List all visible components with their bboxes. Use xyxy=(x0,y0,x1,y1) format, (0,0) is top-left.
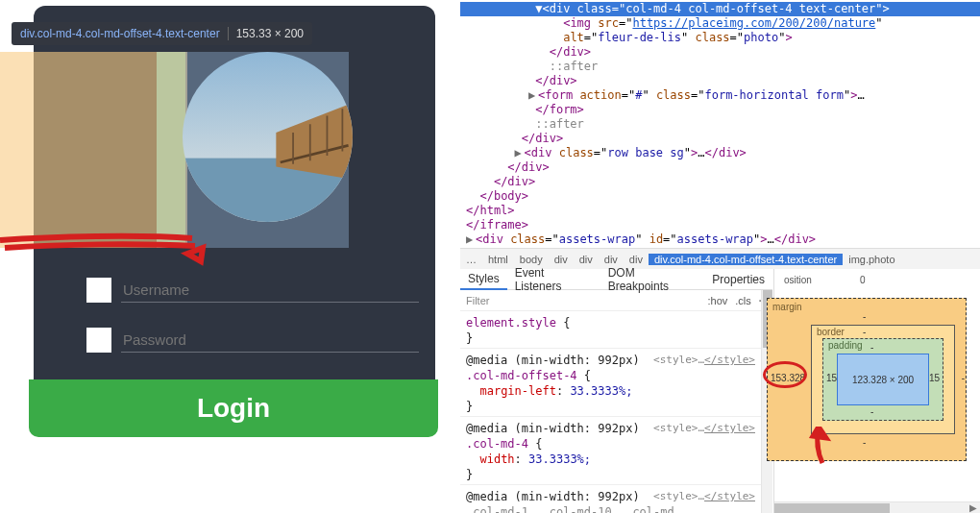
elements-panel[interactable]: ▼<div class="col-md-4 col-md-offset-4 te… xyxy=(460,0,980,246)
login-button[interactable]: Login xyxy=(29,379,438,437)
dom-node[interactable]: </body> xyxy=(460,189,980,204)
username-field xyxy=(86,273,419,307)
crumb-ellipsis[interactable]: … xyxy=(460,254,482,265)
inspect-highlight-padding xyxy=(157,52,185,248)
login-card: div.col-md-4.col-md-offset-4.text-center… xyxy=(34,6,435,436)
scroll-right-icon[interactable]: ▶ xyxy=(967,502,980,513)
dom-node[interactable]: alt="fleur-de-lis" class="photo"> xyxy=(460,31,980,45)
dom-node[interactable]: </iframe> xyxy=(460,218,980,232)
dom-node[interactable]: </div> xyxy=(460,74,980,88)
dom-node[interactable]: ▶<div class="assets-wrap" id="assets-wra… xyxy=(460,232,980,246)
box-model-scrollbar[interactable]: ▶ xyxy=(774,501,980,513)
password-input[interactable] xyxy=(121,328,419,353)
box-model-panel: osition 0 123.328 × 200 margin border pa… xyxy=(773,269,980,513)
filter-input[interactable]: Filter xyxy=(466,295,704,306)
dom-node[interactable]: ::after xyxy=(460,60,980,74)
css-rule[interactable]: <style>…</style> @media (min-width: 992p… xyxy=(460,485,761,513)
devtools: ▼<div class="col-md-4 col-md-offset-4 te… xyxy=(460,0,980,513)
dom-node-selected[interactable]: ▼<div class="col-md-4 col-md-offset-4 te… xyxy=(460,2,980,16)
css-rule[interactable]: element.style { } xyxy=(460,311,761,349)
dom-node[interactable]: </div> xyxy=(460,45,980,60)
profile-photo xyxy=(183,52,353,222)
annotation-circle xyxy=(763,361,807,388)
dom-node[interactable]: </div> xyxy=(460,175,980,189)
tooltip-separator xyxy=(228,27,229,40)
dom-node[interactable]: ::after xyxy=(460,117,980,132)
rendered-preview: div.col-md-4.col-md-offset-4.text-center… xyxy=(0,0,452,513)
dom-node[interactable]: </html> xyxy=(460,204,980,218)
tab-styles[interactable]: Styles xyxy=(460,269,507,290)
crumb-item[interactable]: img.photo xyxy=(843,254,900,265)
username-icon xyxy=(86,278,111,303)
css-rule[interactable]: <style>…</style> @media (min-width: 992p… xyxy=(460,349,761,417)
password-field xyxy=(86,323,419,357)
dom-node[interactable]: </form> xyxy=(460,103,980,117)
tooltip-selector: div.col-md-4.col-md-offset-4.text-center xyxy=(20,27,220,40)
styles-rules[interactable]: element.style { } <style>…</style> @medi… xyxy=(460,311,761,513)
annotation-arrow xyxy=(807,427,836,465)
cls-toggle[interactable]: .cls xyxy=(735,295,751,306)
dom-node[interactable]: </div> xyxy=(460,160,980,175)
tab-properties[interactable]: Properties xyxy=(704,270,772,289)
tooltip-dimensions: 153.33 × 200 xyxy=(236,27,304,40)
dom-node[interactable]: ▶<div class="row base sg">…</div> xyxy=(460,146,980,160)
css-rule[interactable]: <style>…</style> @media (min-width: 992p… xyxy=(460,417,761,485)
hov-toggle[interactable]: :hov xyxy=(708,295,728,306)
rule-source[interactable]: <style>…</style> xyxy=(653,421,755,436)
username-input[interactable] xyxy=(121,278,419,303)
annotation-scribble xyxy=(0,229,226,267)
dom-node[interactable]: <img src="https://placeimg.com/200/200/n… xyxy=(460,16,980,31)
inspect-tooltip: div.col-md-4.col-md-offset-4.text-center… xyxy=(12,22,312,45)
computed-position: osition 0 xyxy=(774,269,980,287)
dom-node[interactable]: </div> xyxy=(460,132,980,146)
styles-tabs: Styles Event Listeners DOM Breakpoints P… xyxy=(460,269,772,290)
rule-source[interactable]: <style>…</style> xyxy=(653,353,755,368)
password-icon xyxy=(86,328,111,353)
dom-node[interactable]: ▶<form action="#" class="form-horizontal… xyxy=(460,88,980,103)
styles-filter-row: Filter :hov .cls + xyxy=(460,290,772,311)
rule-source[interactable]: <style>…</style> xyxy=(653,489,755,504)
scrollbar-thumb[interactable] xyxy=(774,503,890,513)
box-content[interactable]: 123.328 × 200 xyxy=(837,354,929,405)
